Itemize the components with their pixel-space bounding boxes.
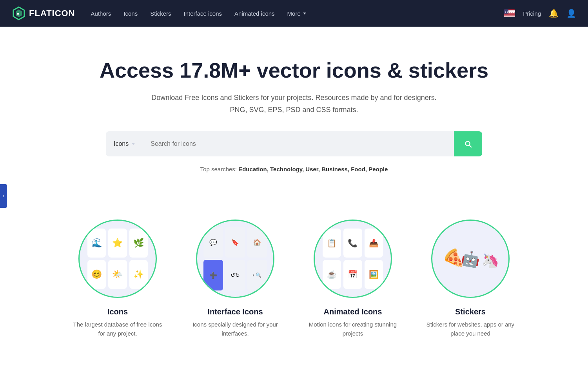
logo-text: FLATICON [29,8,75,18]
iface-cell-2: 🔖 [225,227,245,258]
search-icon [464,140,472,148]
iface-cell-1: 💬 [203,227,223,258]
bell-icon[interactable]: 🔔 [549,9,559,18]
icons-category-desc: The largest database of free icons for a… [71,320,165,338]
svg-rect-8 [504,15,515,16]
dropdown-chevron-icon [132,143,135,145]
nav-right: ★★★★★★ Pricing 🔔 👤 [504,9,576,18]
nav-link-animated-icons[interactable]: Animated icons [234,10,275,17]
top-searches-values: Education, Technology, User, Business, F… [238,166,388,172]
anim-cell-2: 📞 [343,229,362,258]
anim-cell-5: 📅 [343,260,362,289]
iface-cell-3: 🏠 [247,227,267,258]
search-input[interactable] [143,131,454,156]
hero-section: Access 17.8M+ vector icons & stickers Do… [0,27,588,196]
stickers-category-desc: Stickers for websites, apps or any place… [423,320,517,338]
svg-text:▼: ▼ [16,11,20,17]
icons-circle: 🌊 ⭐ 🌿 😊 🌤️ ✨ [78,220,157,298]
interface-icons-category-title: Interface Icons [207,307,263,316]
interface-icons-category[interactable]: 💬 🔖 🏠 ➕ ↺↻ ‹ 🔍 Interface Icons Icons spe… [188,220,282,338]
svg-rect-7 [504,14,515,15]
hero-subtitle-line1: Download Free Icons and Stickers for you… [151,94,436,102]
top-searches: Top searches: Education, Technology, Use… [8,166,580,172]
icons-category[interactable]: 🌊 ⭐ 🌿 😊 🌤️ ✨ Icons The largest database … [71,220,165,338]
icon-cell-2: ⭐ [108,229,127,258]
animated-icons-circle: 📋 📞 📥 ☕ 📅 🖼️ [314,220,392,298]
search-bar: Icons [106,131,482,156]
animated-icons-category[interactable]: 📋 📞 📥 ☕ 📅 🖼️ Animated Icons Motion icons… [306,220,400,338]
logo[interactable]: ▼ FLATICON [12,6,75,20]
anim-cell-4: ☕ [323,260,341,289]
interface-icons-circle: 💬 🔖 🏠 ➕ ↺↻ ‹ 🔍 [196,220,274,298]
hero-subtitle: Download Free Icons and Stickers for you… [8,92,580,116]
anim-cell-6: 🖼️ [365,260,383,289]
svg-text:★★★★★★: ★★★★★★ [505,11,515,13]
nav-link-stickers[interactable]: Stickers [150,10,171,17]
user-icon[interactable]: 👤 [566,9,576,18]
nav-link-more[interactable]: More [287,10,306,17]
nav-link-interface-icons[interactable]: Interface icons [183,10,222,17]
nav-link-authors[interactable]: Authors [91,10,111,17]
iface-cell-accent: ➕ [203,260,223,290]
icon-cell-3: 🌿 [129,229,148,258]
icon-cell-6: ✨ [129,260,148,289]
sticker-3: 🦄 [481,252,499,270]
stickers-category-title: Stickers [455,307,486,316]
icon-cell-4: 😊 [87,260,106,289]
search-button[interactable] [454,131,482,156]
navbar: ▼ FLATICON Authors Icons Stickers Interf… [0,0,588,27]
iface-cell-4: ↺↻ [225,260,245,290]
interface-icons-category-desc: Icons specially designed for your interf… [188,320,282,338]
anim-cell-1: 📋 [323,229,341,258]
hero-title: Access 17.8M+ vector icons & stickers [8,58,580,82]
hero-subtitle-line2: PNG, SVG, EPS, PSD and CSS formats. [230,106,358,114]
pricing-link[interactable]: Pricing [523,10,541,17]
stickers-category[interactable]: 🍕 🤖 🦄 Stickers Stickers for websites, ap… [423,220,517,338]
animated-icons-category-desc: Motion icons for creating stunning proje… [306,320,400,338]
search-type-dropdown[interactable]: Icons [106,131,143,156]
stickers-circle: 🍕 🤖 🦄 [431,220,510,298]
side-expand-arrow[interactable]: › [0,184,7,208]
categories-section: 🌊 ⭐ 🌿 😊 🌤️ ✨ Icons The largest database … [0,196,588,369]
nav-link-icons[interactable]: Icons [123,10,138,17]
icon-cell-1: 🌊 [87,229,106,258]
chevron-down-icon [303,13,306,15]
nav-links: Authors Icons Stickers Interface icons A… [91,10,505,17]
animated-icons-category-title: Animated Icons [324,307,382,316]
icons-category-title: Icons [107,307,128,316]
iface-cell-5: ‹ 🔍 [247,260,267,290]
language-flag[interactable]: ★★★★★★ [504,9,515,17]
sticker-2: 🤖 [460,249,481,269]
svg-rect-9 [504,16,515,17]
icon-cell-5: 🌤️ [108,260,127,289]
anim-cell-3: 📥 [365,229,383,258]
